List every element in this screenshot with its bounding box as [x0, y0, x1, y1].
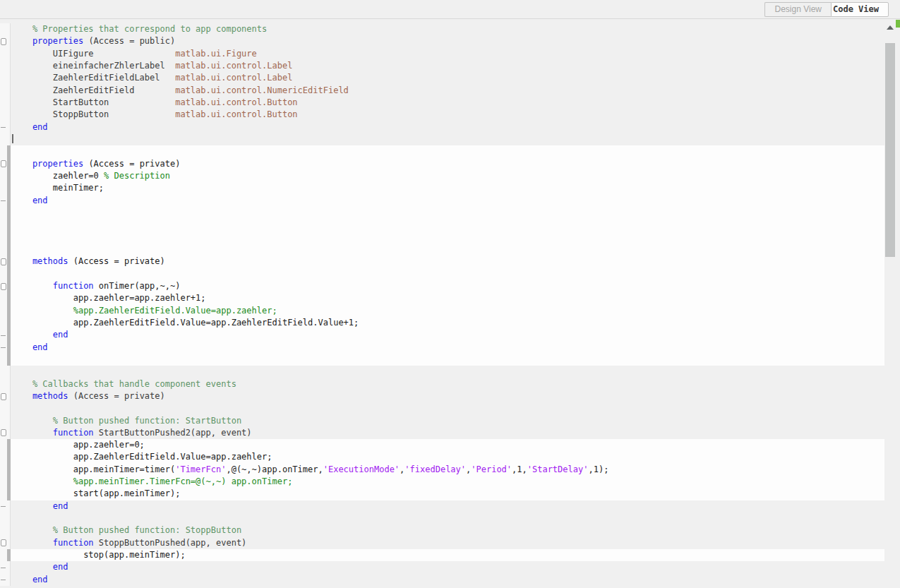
code-line[interactable]: [0, 354, 884, 366]
code-text: [11, 402, 12, 414]
fold-marker-icon[interactable]: [1, 258, 6, 265]
code-line[interactable]: [0, 145, 884, 157]
code-line[interactable]: methods (Access = private): [0, 390, 884, 402]
gutter: [0, 23, 11, 35]
code-line[interactable]: ZaehlerEditField matlab.ui.control.Numer…: [0, 85, 884, 97]
code-line[interactable]: methods (Access = private): [0, 256, 884, 268]
code-line[interactable]: [0, 268, 884, 280]
code-area[interactable]: % Properties that correspond to app comp…: [0, 19, 884, 588]
code-text: eineinfacherZhlerLabel matlab.ui.control…: [11, 60, 292, 72]
code-line[interactable]: app.meinTimer=timer('TimerFcn',@(~,~)app…: [0, 464, 884, 476]
fold-marker-icon[interactable]: [1, 283, 6, 290]
code-line[interactable]: properties (Access = public): [0, 35, 884, 47]
code-line[interactable]: [0, 402, 884, 414]
code-line[interactable]: end: [0, 329, 884, 341]
code-text: function onTimer(app,~,~): [11, 280, 180, 292]
gutter: [0, 439, 11, 451]
code-token: ,1);: [588, 464, 608, 474]
code-line[interactable]: end: [0, 561, 884, 573]
code-line[interactable]: end: [0, 342, 884, 354]
gutter: [0, 60, 11, 72]
code-token: (Access = private): [68, 391, 164, 401]
code-token: % Button pushed function: StoppButton: [12, 525, 241, 535]
code-line[interactable]: [0, 244, 884, 256]
code-token: function: [12, 428, 94, 438]
scrollbar-up-arrow-icon[interactable]: [884, 23, 896, 32]
fold-end-marker-icon: [1, 127, 6, 128]
section-rail: [7, 268, 11, 280]
code-token: ZaehlerEditFieldLabel: [12, 73, 175, 83]
design-view-tab[interactable]: Design View: [764, 2, 830, 17]
code-line[interactable]: app.ZaehlerEditField.Value=app.zaehler;: [0, 451, 884, 463]
section-rail: [7, 390, 11, 402]
fold-marker-icon[interactable]: [1, 160, 6, 167]
code-token: matlab.ui.control.Label: [175, 61, 292, 71]
vertical-scrollbar[interactable]: [884, 19, 896, 588]
code-line[interactable]: function onTimer(app,~,~): [0, 280, 884, 292]
section-rail: [7, 145, 11, 157]
properties-private-section: properties (Access = private) zaehler=0 …: [0, 145, 884, 366]
code-line[interactable]: meinTimer;: [0, 182, 884, 194]
gutter: [0, 537, 11, 549]
code-view-tab[interactable]: Code View: [831, 2, 889, 17]
code-line[interactable]: [0, 133, 884, 145]
code-text: app.ZaehlerEditField.Value=app.ZaehlerEd…: [11, 317, 359, 329]
code-line[interactable]: [0, 232, 884, 244]
code-text: app.meinTimer=timer('TimerFcn',@(~,~)app…: [11, 464, 608, 476]
section-rail: [7, 48, 11, 60]
code-line[interactable]: [0, 366, 884, 378]
code-line[interactable]: stop(app.meinTimer);: [0, 549, 884, 561]
code-line[interactable]: StoppButton matlab.ui.control.Button: [0, 109, 884, 121]
code-line[interactable]: function StartButtonPushed2(app, event): [0, 427, 884, 439]
app-designer-window: Design View Code View % Properties that …: [0, 0, 900, 588]
code-line[interactable]: app.ZaehlerEditField.Value=app.ZaehlerEd…: [0, 317, 884, 329]
code-line[interactable]: [0, 207, 884, 219]
code-text: methods (Access = private): [11, 256, 165, 268]
code-line[interactable]: zaehler=0 % Description: [0, 170, 884, 182]
code-line[interactable]: % Callbacks that handle component events: [0, 378, 884, 390]
section-rail: [7, 549, 11, 561]
code-token: 'fixedDelay': [404, 464, 466, 474]
section-rail: [7, 439, 11, 451]
code-token: matlab.ui.control.Button: [175, 109, 297, 119]
code-line[interactable]: app.zaehler=app.zaehler+1;: [0, 292, 884, 304]
fold-marker-icon[interactable]: [1, 429, 6, 436]
gutter: [0, 512, 11, 524]
gutter: [0, 195, 11, 207]
code-line[interactable]: end: [0, 121, 884, 133]
scrollbar-thumb[interactable]: [885, 43, 895, 257]
gutter: [0, 329, 11, 341]
code-line[interactable]: ZaehlerEditFieldLabel matlab.ui.control.…: [0, 72, 884, 84]
code-text: [11, 366, 12, 378]
section-rail: [7, 561, 11, 573]
code-token: app.zaehler=0;: [12, 440, 145, 450]
code-line[interactable]: % Properties that correspond to app comp…: [0, 23, 884, 35]
code-line[interactable]: %app.ZaehlerEditField.Value=app.zaehler;: [0, 305, 884, 317]
fold-marker-icon[interactable]: [1, 539, 6, 546]
code-line[interactable]: % Button pushed function: StartButton: [0, 415, 884, 427]
gutter: [0, 524, 11, 536]
fold-marker-icon[interactable]: [1, 393, 6, 400]
code-line[interactable]: app.zaehler=0;: [0, 439, 884, 451]
code-line[interactable]: end: [0, 500, 884, 512]
section-rail: [7, 512, 11, 524]
code-editor[interactable]: % Properties that correspond to app comp…: [0, 19, 900, 588]
code-line[interactable]: [0, 219, 884, 231]
code-line[interactable]: %app.meinTimer.TimerFcn=@(~,~) app.onTim…: [0, 476, 884, 488]
code-line[interactable]: function StoppButtonPushed(app, event): [0, 537, 884, 549]
code-text: StartButton matlab.ui.control.Button: [11, 97, 298, 109]
code-text: zaehler=0 % Description: [11, 170, 170, 182]
text-cursor: [12, 134, 13, 143]
code-line[interactable]: eineinfacherZhlerLabel matlab.ui.control…: [0, 60, 884, 72]
code-line[interactable]: end: [0, 195, 884, 207]
code-line[interactable]: [0, 512, 884, 524]
code-line[interactable]: properties (Access = private): [0, 158, 884, 170]
section-rail: [7, 158, 11, 170]
code-line[interactable]: % Button pushed function: StoppButton: [0, 524, 884, 536]
code-line[interactable]: end: [0, 574, 884, 586]
code-line[interactable]: StartButton matlab.ui.control.Button: [0, 97, 884, 109]
fold-marker-icon[interactable]: [1, 38, 6, 45]
code-line[interactable]: UIFigure matlab.ui.Figure: [0, 48, 884, 60]
code-line[interactable]: start(app.meinTimer);: [0, 488, 884, 500]
code-text: methods (Access = private): [11, 390, 165, 402]
